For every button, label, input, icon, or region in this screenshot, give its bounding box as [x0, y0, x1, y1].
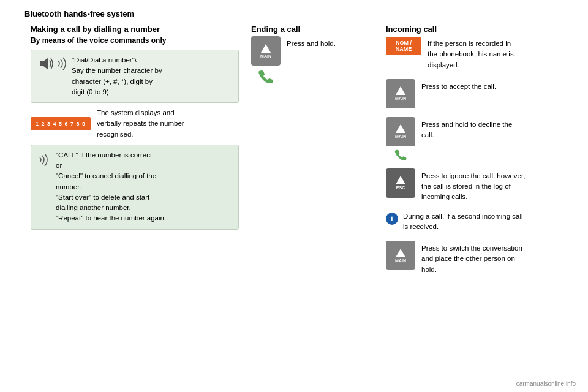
svg-marker-1 [43, 58, 48, 70]
mid-section-title: Ending a call [251, 24, 374, 34]
end-call-section: MAIN Press and hold. [251, 36, 374, 85]
mid-column: Ending a call MAIN Press and hold. [251, 24, 374, 386]
btn-arrow-icon2 [396, 86, 405, 95]
display-description: The system displays and verbally repeats… [97, 108, 184, 140]
voice-command-box: "Dial/Dial a number"\ Say the number cha… [31, 50, 239, 103]
left-column: Making a call by dialling a number By me… [31, 24, 239, 386]
main-button-accept[interactable]: MAIN [386, 79, 415, 108]
display-row: 1 2 3 4 5 6 7 8 9 The system displays an… [31, 108, 239, 140]
right-section-title: Incoming call [386, 24, 576, 34]
main-button-end[interactable]: MAIN [251, 36, 281, 66]
page-header: Bluetooth hands-free system [24, 6, 576, 18]
info-row: i During a call, if a second incoming ca… [386, 211, 576, 233]
esc-button[interactable]: ESC [386, 168, 415, 198]
main-content: Making a call by dialling a number By me… [31, 24, 576, 386]
incoming-row-1: NOM / NAME If the person is recorded in … [386, 36, 576, 70]
end-call-phone-icon [257, 69, 274, 83]
main-button-decline[interactable]: MAIN [386, 117, 415, 146]
svg-rect-0 [40, 61, 43, 66]
incoming-text-1: If the person is recorded in the phonebo… [428, 36, 514, 70]
info-text: During a call, if a second incoming call… [403, 211, 523, 233]
incoming-row-5: MAIN Press to switch the conversation an… [386, 241, 576, 275]
incoming-row-4: ESC Press to ignore the call, however, t… [386, 168, 576, 203]
website-footer: carmanualsonline.info [516, 380, 576, 387]
incoming-text-2: Press to accept the call. [421, 79, 496, 92]
left-section-subtitle: By means of the voice commands only [31, 36, 239, 45]
btn-arrow-icon3 [396, 124, 405, 133]
incoming-text-5: Press to switch the conversation and pla… [421, 241, 522, 275]
number-display: 1 2 3 4 5 6 7 8 9 [31, 117, 91, 130]
btn-arrow-icon4 [396, 176, 405, 184]
btn-arrow-icon [261, 44, 271, 53]
call-cancel-text: "CALL" if the number is correct. or "Can… [56, 150, 166, 224]
incoming-row-2: MAIN Press to accept the call. [386, 79, 576, 108]
main-button-switch[interactable]: MAIN [386, 241, 415, 270]
incoming-text-3: Press and hold to decline the call. [421, 117, 512, 141]
end-call-row: MAIN Press and hold. [251, 36, 374, 66]
right-column: Incoming call NOM / NAME If the person i… [386, 24, 576, 386]
call-cancel-box: "CALL" if the number is correct. or "Can… [31, 145, 239, 230]
voice-waves-svg [56, 55, 67, 72]
header-title: Bluetooth hands-free system [24, 9, 134, 18]
incoming-row-3: MAIN Press and hold to decline the call. [386, 117, 576, 160]
left-section-title: Making a call by dialling a number [31, 24, 239, 34]
voice-icon2 [37, 151, 51, 168]
incoming-text-4: Press to ignore the call, however, the c… [421, 168, 525, 203]
speaker-icon [37, 55, 67, 72]
nom-badge: NOM / NAME [386, 37, 421, 55]
info-icon: i [386, 213, 398, 225]
btn-arrow-icon5 [396, 249, 405, 257]
voice-command-text: "Dial/Dial a number"\ Say the number cha… [72, 55, 162, 97]
decline-phone-icon [394, 149, 407, 160]
speaker-svg [37, 55, 55, 72]
